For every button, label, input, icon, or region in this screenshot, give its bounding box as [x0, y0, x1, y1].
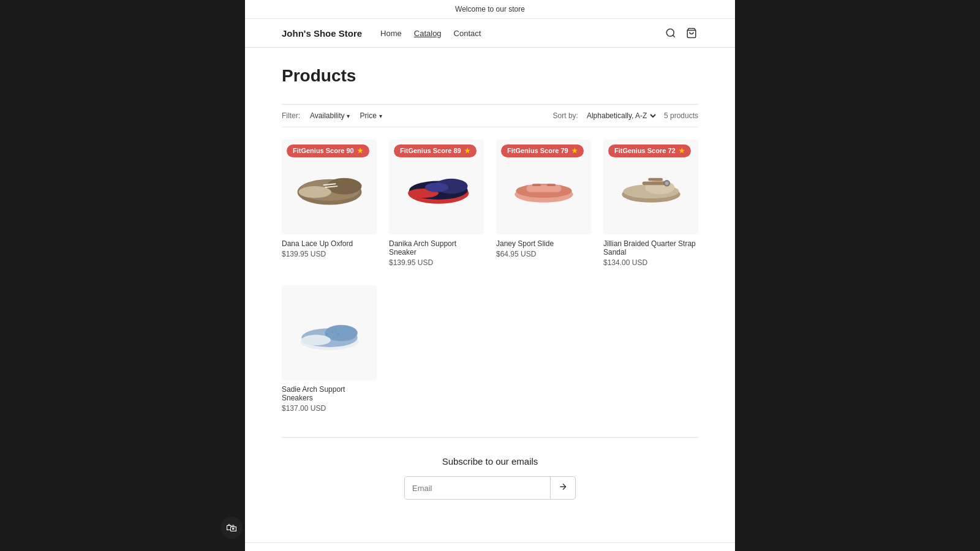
svg-rect-23 — [648, 178, 663, 181]
svg-point-6 — [298, 186, 331, 198]
svg-point-31 — [331, 331, 333, 333]
shoe-illustration-5 — [292, 295, 368, 371]
product-image-5 — [282, 285, 377, 380]
badge-star-3: ★ — [571, 147, 578, 154]
page-title: Products — [282, 66, 698, 86]
svg-point-13 — [424, 182, 448, 192]
subscribe-title: Subscribe to our emails — [282, 456, 698, 467]
svg-rect-17 — [532, 184, 540, 186]
svg-rect-22 — [642, 181, 665, 185]
product-name-2: Danika Arch Support Sneaker — [389, 239, 484, 257]
nav-home[interactable]: Home — [380, 29, 402, 38]
shoe-illustration-2 — [399, 149, 475, 225]
email-input[interactable] — [405, 477, 550, 499]
nav-catalog[interactable]: Catalog — [414, 29, 442, 38]
shoe-illustration-1 — [292, 149, 368, 225]
availability-filter[interactable]: Availability — [310, 111, 350, 120]
shopify-badge[interactable]: 🛍 — [221, 517, 243, 539]
product-name-5: Sadie Arch Support Sneakers — [282, 385, 377, 402]
svg-point-32 — [337, 333, 339, 335]
product-badge-3: FitGenius Score 79 ★ — [501, 144, 584, 157]
footer: © 2023, John's Shoe Store Powered by Sho… — [245, 542, 735, 551]
badge-star-4: ★ — [679, 147, 685, 154]
products-grid: FitGenius Score 90 ★ — [282, 140, 698, 267]
announcement-text: Welcome to our store — [455, 5, 525, 13]
product-card-4[interactable]: FitGenius Score 72 ★ — [603, 140, 698, 267]
main-content: Products Filter: Availability Price Sort… — [245, 48, 735, 542]
arrow-right-icon — [558, 482, 568, 492]
svg-point-33 — [334, 329, 336, 331]
product-price-3: $64.95 USD — [496, 250, 591, 258]
search-button[interactable] — [664, 26, 677, 40]
email-form — [282, 476, 698, 500]
product-card-2[interactable]: FitGenius Score 89 ★ Danika Arch Support… — [389, 140, 484, 267]
main-nav: Home Catalog Contact — [380, 29, 664, 38]
svg-rect-18 — [546, 184, 555, 186]
badge-text-1: FitGenius Score 90 — [293, 147, 356, 154]
svg-point-30 — [325, 333, 328, 335]
header: John's Shoe Store Home Catalog Contact — [245, 19, 735, 48]
sort-label: Sort by: — [553, 111, 578, 120]
svg-point-0 — [666, 29, 674, 36]
price-filter[interactable]: Price — [360, 111, 382, 120]
announcement-bar: Welcome to our store — [245, 0, 735, 19]
nav-contact[interactable]: Contact — [454, 29, 481, 38]
product-card-3[interactable]: FitGenius Score 79 ★ Janey Sport Slide — [496, 140, 591, 267]
email-submit-button[interactable] — [550, 477, 575, 499]
filter-label: Filter: — [282, 111, 300, 120]
product-count: 5 products — [664, 111, 698, 120]
shopify-icon: 🛍 — [226, 522, 237, 534]
svg-rect-16 — [526, 185, 561, 192]
badge-star-1: ★ — [357, 147, 363, 154]
svg-point-25 — [665, 181, 668, 185]
cart-button[interactable] — [685, 26, 698, 40]
product-price-4: $134.00 USD — [603, 258, 698, 267]
search-icon — [665, 28, 676, 39]
second-row-grid: Sadie Arch Support Sneakers $137.00 USD — [282, 285, 698, 413]
shoe-illustration-3 — [506, 149, 582, 225]
subscribe-section: Subscribe to our emails — [282, 437, 698, 524]
svg-point-29 — [301, 334, 331, 345]
filter-bar: Filter: Availability Price Sort by: Alph… — [282, 104, 698, 127]
shoe-illustration-4 — [613, 149, 689, 225]
product-price-5: $137.00 USD — [282, 404, 377, 413]
header-icons — [664, 26, 698, 40]
product-card-1[interactable]: FitGenius Score 90 ★ — [282, 140, 377, 267]
product-name-4: Jillian Braided Quarter Strap Sandal — [603, 239, 698, 257]
filter-right: Sort by: Alphabetically, A-Z 5 products — [553, 111, 698, 121]
cart-icon — [686, 28, 697, 39]
product-price-1: $139.95 USD — [282, 250, 377, 258]
product-name-1: Dana Lace Up Oxford — [282, 239, 377, 248]
badge-text-2: FitGenius Score 89 — [400, 147, 463, 154]
product-badge-1: FitGenius Score 90 ★ — [287, 144, 369, 157]
email-input-wrap — [404, 476, 576, 500]
svg-line-1 — [673, 35, 674, 37]
badge-star-2: ★ — [464, 147, 470, 154]
product-name-3: Janey Sport Slide — [496, 239, 591, 248]
product-card-5[interactable]: Sadie Arch Support Sneakers $137.00 USD — [282, 285, 377, 413]
filter-left: Filter: Availability Price — [282, 111, 382, 120]
store-name[interactable]: John's Shoe Store — [282, 28, 362, 39]
product-badge-2: FitGenius Score 89 ★ — [394, 144, 477, 157]
product-price-2: $139.95 USD — [389, 258, 484, 267]
product-badge-4: FitGenius Score 72 ★ — [608, 144, 691, 157]
badge-text-4: FitGenius Score 72 — [614, 147, 677, 154]
badge-text-3: FitGenius Score 79 — [507, 147, 570, 154]
sort-select[interactable]: Alphabetically, A-Z — [584, 111, 658, 121]
